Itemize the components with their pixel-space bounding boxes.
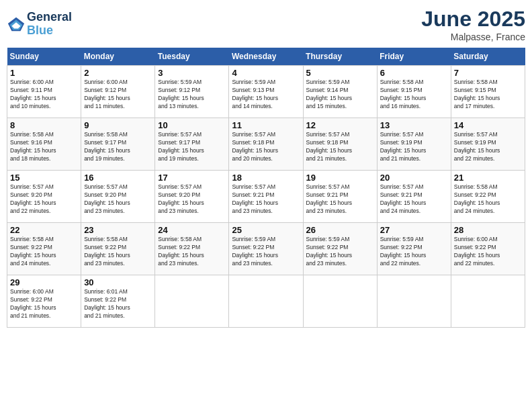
logo: General Blue	[7, 11, 72, 38]
calendar-cell: 10Sunrise: 5:57 AM Sunset: 9:17 PM Dayli…	[155, 118, 229, 171]
day-number: 30	[84, 277, 152, 287]
day-number: 27	[380, 225, 448, 235]
day-info: Sunrise: 5:57 AM Sunset: 9:19 PM Dayligh…	[454, 131, 522, 163]
calendar-cell: 2Sunrise: 6:00 AM Sunset: 9:12 PM Daylig…	[81, 66, 155, 118]
day-number: 4	[232, 68, 300, 78]
day-number: 5	[306, 68, 374, 78]
calendar-cell: 20Sunrise: 5:57 AM Sunset: 9:21 PM Dayli…	[377, 171, 451, 223]
day-info: Sunrise: 5:58 AM Sunset: 9:22 PM Dayligh…	[158, 236, 226, 268]
calendar-cell	[155, 275, 229, 328]
day-number: 18	[232, 173, 300, 183]
day-number: 16	[84, 173, 152, 183]
day-info: Sunrise: 6:01 AM Sunset: 9:22 PM Dayligh…	[84, 288, 152, 320]
day-info: Sunrise: 5:59 AM Sunset: 9:13 PM Dayligh…	[232, 79, 300, 111]
day-info: Sunrise: 5:58 AM Sunset: 9:15 PM Dayligh…	[454, 79, 522, 111]
day-number: 15	[10, 173, 78, 183]
calendar-week-2: 8Sunrise: 5:58 AM Sunset: 9:16 PM Daylig…	[7, 118, 525, 171]
day-info: Sunrise: 5:57 AM Sunset: 9:20 PM Dayligh…	[158, 183, 226, 216]
day-number: 11	[232, 120, 300, 130]
location-title: Malpasse, France	[421, 32, 525, 42]
day-info: Sunrise: 5:57 AM Sunset: 9:21 PM Dayligh…	[306, 183, 374, 216]
day-number: 21	[454, 173, 522, 183]
weekday-header-thursday: Thursday	[303, 48, 377, 66]
title-section: June 2025 Malpasse, France	[421, 7, 525, 42]
calendar-week-5: 29Sunrise: 6:00 AM Sunset: 9:22 PM Dayli…	[7, 275, 525, 328]
calendar-cell: 30Sunrise: 6:01 AM Sunset: 9:22 PM Dayli…	[81, 275, 155, 328]
day-number: 26	[306, 225, 374, 235]
day-info: Sunrise: 5:57 AM Sunset: 9:17 PM Dayligh…	[158, 131, 226, 163]
day-info: Sunrise: 5:59 AM Sunset: 9:14 PM Dayligh…	[306, 79, 374, 111]
calendar-week-3: 15Sunrise: 5:57 AM Sunset: 9:20 PM Dayli…	[7, 171, 525, 223]
calendar-cell	[303, 275, 377, 328]
day-info: Sunrise: 5:57 AM Sunset: 9:20 PM Dayligh…	[84, 183, 152, 216]
logo-icon	[7, 15, 26, 34]
weekday-header-sunday: Sunday	[7, 48, 81, 66]
day-number: 7	[454, 68, 522, 78]
logo-line2: Blue	[27, 24, 53, 37]
calendar-cell: 19Sunrise: 5:57 AM Sunset: 9:21 PM Dayli…	[303, 171, 377, 223]
calendar-cell: 5Sunrise: 5:59 AM Sunset: 9:14 PM Daylig…	[303, 66, 377, 118]
day-number: 25	[232, 225, 300, 235]
weekday-header-friday: Friday	[377, 48, 451, 66]
calendar-cell: 24Sunrise: 5:58 AM Sunset: 9:22 PM Dayli…	[155, 223, 229, 275]
weekday-header-saturday: Saturday	[451, 48, 525, 66]
logo-text: General Blue	[27, 11, 72, 38]
day-info: Sunrise: 5:59 AM Sunset: 9:12 PM Dayligh…	[158, 79, 226, 111]
calendar-cell: 18Sunrise: 5:57 AM Sunset: 9:21 PM Dayli…	[229, 171, 303, 223]
header: General Blue June 2025 Malpasse, France	[7, 7, 525, 42]
day-info: Sunrise: 5:58 AM Sunset: 9:22 PM Dayligh…	[10, 236, 78, 268]
calendar-cell: 4Sunrise: 5:59 AM Sunset: 9:13 PM Daylig…	[229, 66, 303, 118]
calendar-cell	[451, 275, 525, 328]
day-number: 10	[158, 120, 226, 130]
calendar-cell: 15Sunrise: 5:57 AM Sunset: 9:20 PM Dayli…	[7, 171, 81, 223]
calendar-cell	[229, 275, 303, 328]
day-number: 2	[84, 68, 152, 78]
calendar-cell: 26Sunrise: 5:59 AM Sunset: 9:22 PM Dayli…	[303, 223, 377, 275]
day-info: Sunrise: 6:00 AM Sunset: 9:22 PM Dayligh…	[10, 288, 78, 320]
month-title: June 2025	[421, 7, 525, 32]
day-info: Sunrise: 5:59 AM Sunset: 9:22 PM Dayligh…	[380, 236, 448, 268]
weekday-header-wednesday: Wednesday	[229, 48, 303, 66]
calendar-cell: 14Sunrise: 5:57 AM Sunset: 9:19 PM Dayli…	[451, 118, 525, 171]
calendar-cell: 28Sunrise: 6:00 AM Sunset: 9:22 PM Dayli…	[451, 223, 525, 275]
day-info: Sunrise: 5:58 AM Sunset: 9:22 PM Dayligh…	[84, 236, 152, 268]
calendar-cell: 12Sunrise: 5:57 AM Sunset: 9:18 PM Dayli…	[303, 118, 377, 171]
day-info: Sunrise: 6:00 AM Sunset: 9:12 PM Dayligh…	[84, 79, 152, 111]
day-number: 12	[306, 120, 374, 130]
calendar-cell: 7Sunrise: 5:58 AM Sunset: 9:15 PM Daylig…	[451, 66, 525, 118]
day-info: Sunrise: 5:58 AM Sunset: 9:15 PM Dayligh…	[380, 79, 448, 111]
calendar-cell: 17Sunrise: 5:57 AM Sunset: 9:20 PM Dayli…	[155, 171, 229, 223]
calendar-cell: 27Sunrise: 5:59 AM Sunset: 9:22 PM Dayli…	[377, 223, 451, 275]
calendar-week-4: 22Sunrise: 5:58 AM Sunset: 9:22 PM Dayli…	[7, 223, 525, 275]
calendar-cell: 13Sunrise: 5:57 AM Sunset: 9:19 PM Dayli…	[377, 118, 451, 171]
calendar-cell: 29Sunrise: 6:00 AM Sunset: 9:22 PM Dayli…	[7, 275, 81, 328]
day-info: Sunrise: 5:57 AM Sunset: 9:21 PM Dayligh…	[380, 183, 448, 216]
day-number: 3	[158, 68, 226, 78]
day-info: Sunrise: 6:00 AM Sunset: 9:11 PM Dayligh…	[10, 79, 78, 111]
day-info: Sunrise: 5:57 AM Sunset: 9:18 PM Dayligh…	[232, 131, 300, 163]
weekday-header-monday: Monday	[81, 48, 155, 66]
calendar-cell: 21Sunrise: 5:58 AM Sunset: 9:22 PM Dayli…	[451, 171, 525, 223]
day-info: Sunrise: 5:57 AM Sunset: 9:19 PM Dayligh…	[380, 131, 448, 163]
day-number: 24	[158, 225, 226, 235]
calendar-week-1: 1Sunrise: 6:00 AM Sunset: 9:11 PM Daylig…	[7, 66, 525, 118]
day-number: 28	[454, 225, 522, 235]
day-info: Sunrise: 6:00 AM Sunset: 9:22 PM Dayligh…	[454, 236, 522, 268]
calendar-cell: 6Sunrise: 5:58 AM Sunset: 9:15 PM Daylig…	[377, 66, 451, 118]
weekday-header-tuesday: Tuesday	[155, 48, 229, 66]
day-info: Sunrise: 5:58 AM Sunset: 9:16 PM Dayligh…	[10, 131, 78, 163]
day-number: 23	[84, 225, 152, 235]
day-info: Sunrise: 5:57 AM Sunset: 9:21 PM Dayligh…	[232, 183, 300, 216]
calendar-cell: 16Sunrise: 5:57 AM Sunset: 9:20 PM Dayli…	[81, 171, 155, 223]
day-number: 1	[10, 68, 78, 78]
day-number: 14	[454, 120, 522, 130]
calendar-cell: 11Sunrise: 5:57 AM Sunset: 9:18 PM Dayli…	[229, 118, 303, 171]
day-info: Sunrise: 5:58 AM Sunset: 9:17 PM Dayligh…	[84, 131, 152, 163]
calendar-cell: 3Sunrise: 5:59 AM Sunset: 9:12 PM Daylig…	[155, 66, 229, 118]
day-number: 29	[10, 277, 78, 287]
calendar-cell: 9Sunrise: 5:58 AM Sunset: 9:17 PM Daylig…	[81, 118, 155, 171]
day-number: 8	[10, 120, 78, 130]
day-info: Sunrise: 5:59 AM Sunset: 9:22 PM Dayligh…	[232, 236, 300, 268]
calendar-cell: 23Sunrise: 5:58 AM Sunset: 9:22 PM Dayli…	[81, 223, 155, 275]
day-number: 6	[380, 68, 448, 78]
